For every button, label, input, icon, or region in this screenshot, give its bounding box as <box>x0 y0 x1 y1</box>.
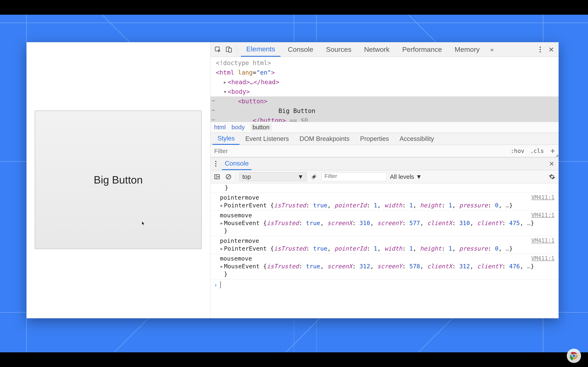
svg-line-10 <box>419 314 457 352</box>
crumb-body[interactable]: body <box>232 124 245 131</box>
dom-html-open: <html <box>216 69 238 76</box>
svg-point-19 <box>540 51 541 52</box>
slide-background: Big Button <box>0 15 588 352</box>
dom-selected-node[interactable]: <button> <box>210 96 559 106</box>
log-source-link[interactable]: VM411:1 <box>531 255 554 261</box>
log-object[interactable]: ▸MouseEvent {isTrusted: true, screenX: 3… <box>220 220 555 226</box>
styles-filter-row: :hov .cls + <box>210 145 559 157</box>
log-levels-select[interactable]: All levels ▼ <box>390 173 422 180</box>
tab-elements[interactable]: Elements <box>241 42 281 57</box>
live-expression-icon[interactable] <box>310 173 318 181</box>
tab-memory[interactable]: Memory <box>449 42 485 57</box>
dom-button-text: Big Button <box>278 107 315 114</box>
inspect-icon[interactable] <box>213 45 222 54</box>
device-toggle-icon[interactable] <box>224 45 233 54</box>
subtab-event-listeners[interactable]: Event Listeners <box>240 133 294 145</box>
dom-breadcrumb[interactable]: html body button <box>210 122 559 133</box>
log-event-name: mousemove <box>220 255 252 262</box>
console-log-entry[interactable]: pointermoveVM411:1▸PointerEvent {isTrust… <box>210 193 559 211</box>
svg-point-20 <box>215 161 216 162</box>
styles-filter-input[interactable] <box>210 148 508 155</box>
console-log-entry[interactable]: mousemoveVM411:1▸MouseEvent {isTrusted: … <box>210 254 559 279</box>
execution-context-select[interactable]: top▼ <box>239 172 307 181</box>
console-output[interactable]: } pointermoveVM411:1▸PointerEvent {isTru… <box>210 183 559 318</box>
tab-sources[interactable]: Sources <box>320 42 357 57</box>
subtab-accessibility[interactable]: Accessibility <box>395 133 439 145</box>
drawer-menu-icon[interactable] <box>213 161 219 167</box>
tab-console[interactable]: Console <box>283 42 319 57</box>
styles-tabbar: Styles Event Listeners DOM Breakpoints P… <box>210 133 559 145</box>
log-source-link[interactable]: VM411:1 <box>531 212 554 218</box>
subtab-dom-breakpoints[interactable]: DOM Breakpoints <box>295 133 355 145</box>
drawer-tab-console[interactable]: Console <box>222 157 251 170</box>
svg-point-22 <box>215 165 216 167</box>
log-closing-brace: } <box>210 183 559 193</box>
crumb-button[interactable]: button <box>251 123 272 131</box>
prompt-chevron-icon: › <box>214 281 217 289</box>
hov-toggle[interactable]: :hov <box>508 148 527 154</box>
close-icon[interactable] <box>547 45 556 54</box>
dom-tree[interactable]: <!doctype html> <html lang="en"> ▸<head>… <box>210 57 559 122</box>
tab-network[interactable]: Network <box>359 42 395 57</box>
big-button[interactable]: Big Button <box>35 110 202 249</box>
log-event-name: mousemove <box>220 212 252 219</box>
tab-performance[interactable]: Performance <box>397 42 447 57</box>
clear-console-icon[interactable] <box>224 173 233 181</box>
console-drawer-header: Console <box>210 157 559 170</box>
log-object[interactable]: ▸PointerEvent {isTrusted: true, pointerI… <box>220 245 555 252</box>
console-sidebar-toggle-icon[interactable] <box>213 173 221 181</box>
console-settings-icon[interactable] <box>548 173 556 181</box>
more-tabs-icon[interactable]: » <box>487 46 497 53</box>
log-source-link[interactable]: VM411:1 <box>531 237 554 244</box>
subtab-styles[interactable]: Styles <box>213 133 240 145</box>
dom-body[interactable]: <body> <box>228 88 250 95</box>
log-event-name: pointermove <box>220 237 259 244</box>
resize-corner-icon[interactable] <box>556 154 558 157</box>
console-filter-input[interactable] <box>321 172 387 181</box>
log-closing-brace: } <box>220 227 555 234</box>
log-closing-brace: } <box>220 271 555 277</box>
console-log-entry[interactable]: pointermoveVM411:1▸PointerEvent {isTrust… <box>210 236 559 254</box>
subtab-properties[interactable]: Properties <box>355 133 394 145</box>
dom-head[interactable]: <head>…</head> <box>228 78 279 86</box>
svg-point-18 <box>540 49 541 50</box>
svg-point-27 <box>312 175 315 178</box>
svg-point-21 <box>215 163 216 164</box>
chrome-logo-icon <box>567 349 581 363</box>
kebab-menu-icon[interactable] <box>536 45 545 54</box>
dom-dollar-ref: == $0 <box>286 117 308 122</box>
log-event-name: pointermove <box>220 194 259 201</box>
console-prompt[interactable]: › <box>210 279 559 290</box>
dom-doctype: <!doctype html> <box>216 59 271 67</box>
log-object[interactable]: ▸PointerEvent {isTrusted: true, pointerI… <box>220 202 555 209</box>
prompt-caret <box>220 281 221 288</box>
console-log-entry[interactable]: mousemoveVM411:1▸MouseEvent {isTrusted: … <box>210 211 559 236</box>
devtools-panel: Elements Console Sources Network Perform… <box>210 42 559 318</box>
svg-rect-16 <box>229 48 232 52</box>
drawer-close-icon[interactable] <box>547 161 557 166</box>
crumb-html[interactable]: html <box>214 124 226 131</box>
devtools-tabbar: Elements Console Sources Network Perform… <box>210 42 559 57</box>
cls-toggle[interactable]: .cls <box>527 148 546 154</box>
svg-point-17 <box>540 47 541 48</box>
log-object[interactable]: ▸MouseEvent {isTrusted: true, screenX: 3… <box>220 263 555 270</box>
app-window: Big Button <box>26 42 559 318</box>
svg-line-26 <box>227 175 230 178</box>
console-toolbar: top▼ All levels ▼ <box>210 170 559 183</box>
log-source-link[interactable]: VM411:1 <box>531 194 554 200</box>
page-preview: Big Button <box>26 42 210 318</box>
